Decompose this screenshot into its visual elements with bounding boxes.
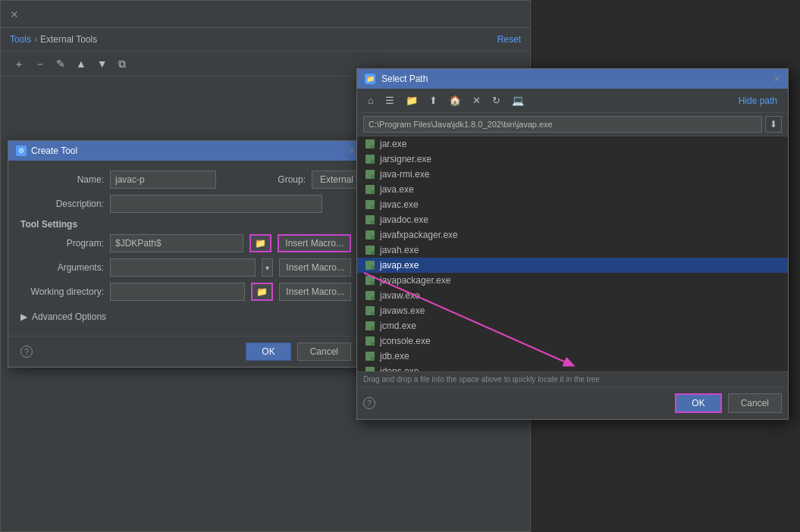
desc-row: Description:	[20, 195, 351, 213]
sp-computer-button[interactable]: 💻	[507, 92, 529, 108]
toolbar-left: ⌂ ☰ 📁 ⬆ 🏠 ✕ ↻ 💻	[363, 92, 529, 108]
select-path-dialog: 📁 Select Path × ⌂ ☰ 📁 ⬆ 🏠 ✕ ↻ 💻 Hide pat…	[356, 68, 789, 420]
dialog-title: Create Tool	[31, 146, 77, 156]
advanced-options-label: Advanced Options	[32, 311, 106, 322]
advanced-options-row[interactable]: ▶ Advanced Options	[20, 307, 351, 327]
arguments-row: Arguments: ▾ Insert Macro...	[20, 258, 351, 277]
file-name: jdb.exe	[380, 351, 409, 361]
panel-header: ✕	[1, 1, 530, 28]
file-list: jar.exejarsigner.exejava-rmi.exejava.exe…	[357, 136, 788, 371]
file-name: jconsole.exe	[380, 336, 431, 346]
create-tool-ok-button[interactable]: OK	[246, 343, 290, 361]
breadcrumb-current: External Tools	[40, 34, 97, 45]
file-item[interactable]: javaws.exe	[357, 303, 788, 318]
hide-path-link[interactable]: Hide path	[739, 95, 777, 106]
create-tool-close-icon[interactable]: ×	[350, 146, 356, 156]
file-name: javafxpackager.exe	[380, 230, 458, 240]
file-item[interactable]: javaw.exe	[357, 288, 788, 303]
file-name: javaw.exe	[380, 290, 420, 301]
file-name: javah.exe	[380, 245, 419, 255]
arguments-arrow-button[interactable]: ▾	[262, 258, 273, 277]
copy-button[interactable]: ⧉	[115, 56, 130, 71]
footer-buttons: OK Cancel	[246, 343, 351, 361]
insert-macro-wd-button[interactable]: Insert Macro...	[279, 283, 351, 301]
select-path-cancel-button[interactable]: Cancel	[728, 393, 782, 413]
arguments-input[interactable]	[110, 258, 256, 277]
sp-list-button[interactable]: ☰	[381, 92, 399, 108]
program-input[interactable]	[110, 234, 243, 252]
reset-button[interactable]: Reset	[497, 34, 521, 45]
name-label: Name:	[20, 174, 104, 185]
breadcrumb-root[interactable]: Tools	[10, 34, 31, 45]
file-icon	[365, 260, 375, 271]
file-item[interactable]: jdeps.exe	[357, 364, 788, 371]
path-input[interactable]	[363, 116, 762, 133]
file-item[interactable]: java-rmi.exe	[357, 167, 788, 182]
file-item[interactable]: java.exe	[357, 182, 788, 197]
select-path-toolbar: ⌂ ☰ 📁 ⬆ 🏠 ✕ ↻ 💻 Hide path	[357, 89, 788, 113]
name-row: Name: Group: External Tools	[20, 171, 351, 189]
working-dir-browse-button[interactable]: 📁	[251, 283, 273, 301]
name-input[interactable]	[110, 171, 216, 189]
insert-macro-args-button[interactable]: Insert Macro...	[279, 258, 351, 277]
file-name: javaws.exe	[380, 305, 425, 316]
file-item[interactable]: javac.exe	[357, 197, 788, 212]
sp-refresh-button[interactable]: ↻	[488, 92, 505, 108]
file-name: javadoc.exe	[380, 214, 428, 225]
file-item[interactable]: jar.exe	[357, 136, 788, 152]
file-name: jarsigner.exe	[380, 154, 431, 164]
sp-help-icon[interactable]: ?	[363, 397, 375, 409]
file-item[interactable]: jarsigner.exe	[357, 152, 788, 167]
remove-tool-button[interactable]: －	[31, 56, 49, 71]
breadcrumb: Tools › External Tools	[10, 34, 97, 45]
file-item[interactable]: javapackager.exe	[357, 273, 788, 288]
sp-home-button[interactable]: ⌂	[363, 92, 378, 108]
close-icon[interactable]: ✕	[10, 9, 19, 20]
help-icon[interactable]: ?	[20, 346, 33, 358]
group-label: Group:	[222, 174, 306, 185]
file-item[interactable]: javap.exe	[357, 258, 788, 273]
file-icon	[365, 199, 375, 210]
select-path-close-icon[interactable]: ×	[774, 74, 780, 84]
select-path-header: 📁 Select Path ×	[357, 69, 788, 89]
insert-macro-program-button[interactable]: Insert Macro...	[278, 234, 351, 252]
create-tool-header: ⚙ Create Tool ×	[8, 141, 363, 161]
sp-new-folder-button[interactable]: 📁	[401, 92, 422, 108]
file-item[interactable]: javah.exe	[357, 243, 788, 258]
desc-input[interactable]	[110, 195, 322, 213]
move-down-button[interactable]: ▼	[93, 56, 111, 71]
breadcrumb-sep: ›	[34, 34, 37, 45]
edit-tool-button[interactable]: ✎	[52, 56, 69, 71]
working-dir-row: Working directory: 📁 Insert Macro...	[20, 283, 351, 301]
tool-icon: ⚙	[16, 146, 27, 156]
breadcrumb-bar: Tools › External Tools Reset	[1, 28, 530, 52]
path-download-button[interactable]: ⬇	[765, 116, 782, 133]
file-item[interactable]: javadoc.exe	[357, 212, 788, 227]
create-tool-cancel-button[interactable]: Cancel	[297, 343, 351, 361]
select-path-ok-button[interactable]: OK	[675, 393, 721, 413]
file-icon	[365, 169, 375, 180]
select-path-bar: ⬇	[357, 113, 788, 136]
file-item[interactable]: jdb.exe	[357, 349, 788, 364]
file-name: javap.exe	[380, 260, 419, 271]
file-icon	[365, 184, 375, 195]
file-icon	[365, 336, 375, 346]
working-dir-input[interactable]	[110, 283, 245, 301]
file-icon	[365, 214, 375, 225]
sp-delete-button[interactable]: ✕	[468, 92, 485, 108]
move-up-button[interactable]: ▲	[72, 56, 90, 71]
dialog-title-area: ⚙ Create Tool	[16, 146, 77, 156]
arguments-label: Arguments:	[20, 262, 104, 273]
desc-label: Description:	[20, 199, 104, 209]
add-tool-button[interactable]: ＋	[10, 56, 28, 71]
advanced-options-arrow: ▶	[20, 311, 27, 322]
file-item[interactable]: jconsole.exe	[357, 333, 788, 349]
file-item[interactable]: javafxpackager.exe	[357, 227, 788, 243]
sp-folder-up-button[interactable]: ⬆	[425, 92, 442, 108]
file-item[interactable]: jcmd.exe	[357, 318, 788, 333]
sp-folder-home-button[interactable]: 🏠	[444, 92, 466, 108]
file-name: jar.exe	[380, 139, 406, 149]
file-icon	[365, 275, 375, 286]
program-browse-button[interactable]: 📁	[249, 234, 271, 252]
working-dir-label: Working directory:	[20, 286, 104, 297]
